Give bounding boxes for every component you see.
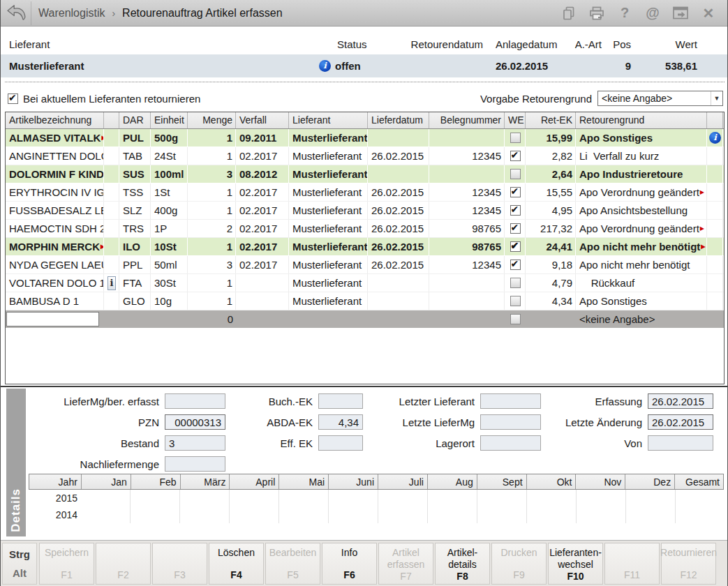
titlebar-actions: ?@✕ <box>560 5 727 22</box>
label-liefermg: LieferMg/ber. erfasst <box>30 396 165 407</box>
breadcrumb-root[interactable]: Warenlogistik <box>38 7 105 20</box>
col-menge[interactable]: Menge <box>188 112 236 128</box>
table-row[interactable]: MORPHIN MERCK▶ILO10St102.2017Musterliefe… <box>6 238 724 256</box>
cell-info <box>104 238 119 255</box>
retoure-current-supplier-checkbox[interactable] <box>8 93 18 104</box>
we-checkbox[interactable] <box>510 187 521 197</box>
we-checkbox[interactable] <box>510 260 521 270</box>
table-row[interactable]: ANGINETTEN DOLO▶TAB24St102.2017Musterlie… <box>6 147 724 165</box>
cell-we <box>505 129 526 146</box>
col-we[interactable]: WE <box>505 112 526 128</box>
cell-we <box>505 220 526 237</box>
we-checkbox[interactable] <box>510 169 521 179</box>
vorgabe-retourengrund-select[interactable]: <keine Angabe> ▼ <box>597 91 723 106</box>
window-switch-icon[interactable] <box>671 5 690 22</box>
cell-verfall: 08.2012 <box>236 165 289 183</box>
months-value <box>378 506 428 523</box>
entry-row: 0<keine Angabe> <box>6 310 724 328</box>
supplier-col-status: Status <box>319 38 410 50</box>
fkey-f6-button[interactable]: InfoF6 <box>322 543 377 585</box>
cell-retourengrund: Apo Sonstiges <box>576 292 707 310</box>
table-row[interactable]: DOLORMIN F KIND▶SUS100ml308.2012Musterli… <box>6 165 724 183</box>
print-icon[interactable] <box>588 5 606 22</box>
cell-row-info <box>707 202 723 219</box>
col-ret-ek[interactable]: Ret-EK <box>526 112 576 128</box>
col-lieferant[interactable]: Lieferant <box>289 112 368 128</box>
col-dar[interactable]: DAR <box>119 112 151 128</box>
supplier-wert: 538,61 <box>631 60 697 72</box>
supplier-data-row[interactable]: Musterlieferant i offen 26.02.2015 9 538… <box>1 54 727 77</box>
months-col-april: April <box>230 474 279 489</box>
table-row[interactable]: ERYTHROCIN IV IG▶TSS1St102.2017Musterlie… <box>6 183 724 202</box>
copy-icon[interactable] <box>560 5 578 22</box>
close-icon[interactable]: ✕ <box>699 5 718 22</box>
we-checkbox[interactable] <box>510 296 521 306</box>
supplier-col-anlagedatum: Anlagedatum <box>496 38 565 50</box>
help-icon[interactable]: ? <box>616 5 634 22</box>
back-button[interactable] <box>1 1 31 25</box>
cell-retourengrund: Apo Industrieretoure <box>576 165 707 183</box>
table-row[interactable]: FUSSBADESALZ LE▶SLZ400g102.2017Musterlie… <box>6 202 724 220</box>
field-liefermg <box>165 393 225 409</box>
cell-row-info <box>707 183 723 201</box>
table-row[interactable]: NYDA GEGEN LAEU▶PPL50ml302.2017Musterlie… <box>6 256 724 274</box>
table-row[interactable]: VOLTAREN DOLO 1▶iFTA30St1Musterlieferant… <box>6 274 724 292</box>
we-checkbox[interactable] <box>510 133 521 143</box>
row-info-icon[interactable]: i <box>709 132 721 144</box>
entry-we-checkbox[interactable] <box>510 314 521 324</box>
entry-cell-retourengrund: <keine Angabe> <box>576 310 707 328</box>
table-row[interactable]: HAEMOCTIN SDH 2▶TRS1P202.2017Musterliefe… <box>6 220 724 238</box>
cell-verfall: 02.2017 <box>236 238 289 255</box>
fkey-f4-button[interactable]: LöschenF4 <box>209 543 264 585</box>
col-belegnummer[interactable]: Belegnummer <box>429 112 505 128</box>
details-tab[interactable]: Details <box>6 389 26 536</box>
cell-einheit: 400g <box>151 202 188 219</box>
cell-belegnummer: 12345 <box>429 183 505 201</box>
vorgabe-retourengrund-label: Vorgabe Retourengrund <box>480 93 592 105</box>
truncation-arrow-icon: ▶ <box>699 225 704 232</box>
cell-retourengrund: Li Verfall zu kurz <box>576 147 707 165</box>
cell-retourengrund: Apo Verordnung geändert▶ <box>576 220 707 237</box>
entry-cell-artikelbezeichnung <box>6 310 104 328</box>
article-info-button[interactable]: i <box>107 276 116 290</box>
months-value <box>428 506 477 523</box>
fkey-f8-button[interactable]: Artikel-detailsF8 <box>435 543 490 585</box>
cell-belegnummer: 12345 <box>429 147 505 165</box>
we-checkbox[interactable] <box>510 241 521 252</box>
article-search-input[interactable] <box>6 312 99 326</box>
col-artikelbezeichnung[interactable]: Artikelbezeichnung <box>6 112 104 128</box>
fkey-f9-button: DruckenF9 <box>491 543 547 585</box>
cell-menge: 3 <box>188 256 236 273</box>
table-row[interactable]: ALMASED VITALK▶PUL500g109.2011Musterlief… <box>6 129 724 147</box>
email-icon[interactable]: @ <box>644 5 662 22</box>
cell-artikelbezeichnung: DOLORMIN F KIND▶ <box>6 165 104 183</box>
we-checkbox[interactable] <box>510 278 521 288</box>
label-erfassung: Erfassung <box>547 396 648 407</box>
col-info[interactable] <box>104 112 119 128</box>
cell-info <box>104 220 119 237</box>
cell-retourengrund: Apo nicht mehr benötigt▶ <box>576 238 707 255</box>
cell-belegnummer <box>429 274 505 292</box>
col-verfall[interactable]: Verfall <box>236 112 289 128</box>
col-lieferdatum[interactable]: Lieferdatum <box>368 112 429 128</box>
entry-cell-verfall <box>236 310 289 328</box>
we-checkbox[interactable] <box>510 205 521 216</box>
cell-belegnummer: 98765 <box>429 220 505 237</box>
cell-info <box>104 202 119 219</box>
cell-artikelbezeichnung: ANGINETTEN DOLO▶ <box>6 147 104 165</box>
cell-row-info: i <box>707 129 723 146</box>
col-einheit[interactable]: Einheit <box>151 112 188 128</box>
cell-lieferdatum: 26.02.2015 <box>368 256 429 273</box>
field-bestand: 3 <box>165 435 225 451</box>
entry-cell-ret-ek <box>526 310 576 328</box>
table-row[interactable]: BAMBUSA D 1GLO10g1Musterlieferant4,34Apo… <box>6 292 724 310</box>
supplier-status: i offen <box>319 60 410 72</box>
cell-einheit: 10St <box>151 238 188 255</box>
fkey-f10-button[interactable]: Lieferanten-wechselF10 <box>548 543 603 585</box>
col-retourengrund[interactable]: Retourengrund <box>576 112 707 128</box>
cell-dar: PUL <box>119 129 151 146</box>
we-checkbox[interactable] <box>510 223 521 234</box>
cell-menge: 1 <box>188 274 236 292</box>
we-checkbox[interactable] <box>510 151 521 161</box>
col-row-info[interactable] <box>707 112 723 128</box>
